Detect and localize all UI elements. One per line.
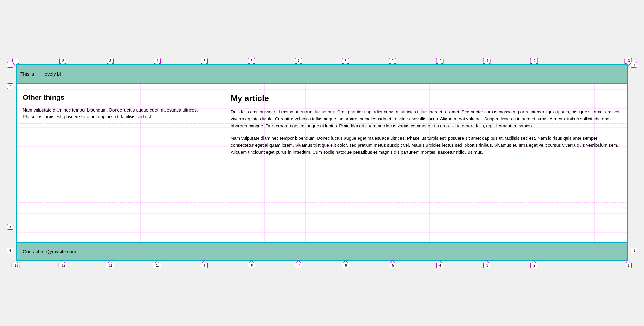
header-bar: This is lovely bl (17, 65, 627, 84)
sidebar-column: Other things Nam vulputate diam nec temp… (23, 93, 218, 161)
bottom-col-badge: -3 (483, 263, 490, 268)
bottom-col-badge: -5 (389, 263, 396, 268)
content-area: Other things Nam vulputate diam nec temp… (17, 84, 627, 243)
bottom-col-badge: -7 (295, 263, 302, 268)
top-col-badge: 5 (201, 58, 208, 64)
bottom-col-badge: -1 (625, 263, 632, 268)
row-label-right: -1 (631, 248, 637, 253)
bottom-col-badge: -2 (530, 263, 537, 268)
bottom-col-badge: -9 (201, 263, 208, 268)
row-label-left: 3 (7, 224, 13, 230)
top-col-badge: 2 (59, 58, 66, 64)
header-text-1: This is (20, 71, 34, 77)
content-columns: Other things Nam vulputate diam nec temp… (23, 93, 621, 161)
top-col-badge: 3 (107, 58, 114, 64)
row-label-left: 2 (7, 83, 13, 89)
sidebar-body: Nam vulputate diam nec tempor bibendum. … (23, 107, 218, 120)
top-col-badge: 11 (483, 58, 490, 64)
row-label-right: -1 (631, 62, 637, 68)
bottom-col-badge: -13 (12, 263, 20, 268)
bottom-col-badge: -12 (59, 263, 67, 268)
row-label-left: 1 (7, 62, 13, 68)
page-wrapper: 12345678910111213 1234 -1-1 This is love… (16, 53, 628, 274)
main-column: My article Duis felis orci, pulvinar id … (231, 93, 621, 161)
grid-horizontal-line (17, 84, 627, 84)
bottom-col-badge: -6 (342, 263, 349, 268)
bottom-column-labels: -13-12-11-10-9-8-7-6-5-4-3-2-1 (16, 262, 628, 274)
top-col-badge: 1 (12, 58, 19, 64)
grid-horizontal-line (17, 202, 627, 203)
grid-horizontal-line (17, 163, 627, 163)
top-col-badge: 6 (248, 58, 255, 64)
top-col-badge: 12 (530, 58, 538, 64)
footer-text: Contact me@mysite.com (23, 249, 76, 254)
sidebar-heading: Other things (23, 93, 218, 102)
grid-horizontal-line (17, 242, 627, 242)
page-layout: 1234 -1-1 This is lovely bl Other things… (16, 64, 628, 261)
bottom-col-badge: -4 (436, 263, 443, 268)
grid-vertical-line (627, 65, 628, 260)
article-para2: Nam vulputate diam nec tempor bibendum. … (231, 135, 621, 156)
article-heading: My article (231, 93, 621, 103)
footer-bar: Contact me@mysite.com (17, 243, 627, 260)
row-label-left: 4 (7, 248, 13, 253)
bottom-col-badge: -8 (248, 263, 255, 268)
header-text-2: lovely bl (44, 71, 61, 77)
top-col-badge: 10 (436, 58, 443, 64)
bottom-col-badge: -10 (153, 263, 161, 268)
bottom-col-badge: -11 (106, 263, 114, 268)
top-col-badge: 9 (389, 58, 396, 64)
top-col-badge: 7 (295, 58, 302, 64)
top-column-labels: 12345678910111213 (16, 53, 628, 64)
top-col-badge: 4 (154, 58, 161, 64)
article-para1: Duis felis orci, pulvinar id metus ut, r… (231, 108, 621, 130)
top-col-badge: 8 (342, 58, 349, 64)
